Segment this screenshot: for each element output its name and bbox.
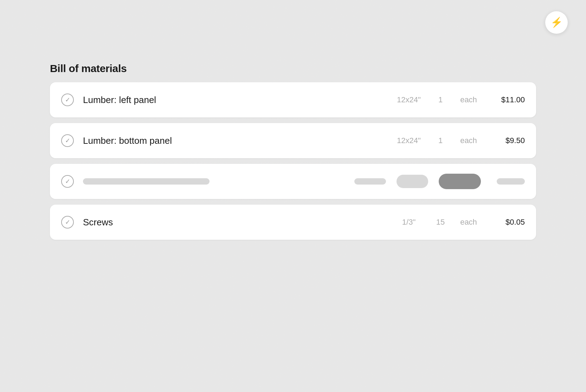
check-icon-2: ✓ [65,178,70,185]
skeleton-name-bar [83,178,210,185]
item-qty-1: 1 [430,136,451,145]
list-item: ✓ Lumber: left panel 12x24" 1 each $11.0… [50,82,536,117]
item-name-0: Lumber: left panel [83,95,388,105]
item-name-3: Screws [83,217,388,228]
item-dimension-3: 1/3" [388,218,430,227]
item-unit-3: each [451,218,486,227]
lightning-icon: ⚡ [550,18,563,27]
list-item: ✓ Lumber: bottom panel 12x24" 1 each $9.… [50,123,536,158]
item-name-1: Lumber: bottom panel [83,135,388,146]
skeleton-price-bar [497,178,525,185]
check-button-1[interactable]: ✓ [61,134,74,147]
page: ⚡ Bill of materials ✓ Lumber: left panel… [0,0,586,392]
item-unit-0: each [451,95,486,104]
check-button-2[interactable]: ✓ [61,175,74,188]
skeleton-name-area [83,178,349,185]
skeleton-qty-pill [397,175,428,188]
skeleton-qty-area [391,175,433,188]
page-title: Bill of materials [50,63,536,75]
item-dimension-1: 12x24" [388,136,430,145]
check-icon-0: ✓ [65,97,70,103]
list-item: ✓ Screws 1/3" 15 each $0.05 [50,205,536,240]
skeleton-price-area [486,178,525,185]
item-qty-0: 1 [430,95,451,104]
item-dimension-0: 12x24" [388,95,430,104]
skeleton-unit-area [433,174,486,189]
skeleton-unit-pill [439,174,481,189]
item-price-0: $11.00 [486,95,525,104]
check-button-0[interactable]: ✓ [61,94,74,106]
item-unit-1: each [451,136,486,145]
check-icon-3: ✓ [65,219,70,225]
list-item-loading: ✓ [50,164,536,199]
item-price-3: $0.05 [486,218,525,227]
check-icon-1: ✓ [65,137,70,144]
item-qty-3: 15 [430,218,451,227]
main-container: Bill of materials ✓ Lumber: left panel 1… [50,63,536,245]
lightning-button[interactable]: ⚡ [545,11,568,34]
skeleton-dim-bar [354,178,386,185]
skeleton-dim-area [349,178,391,185]
item-price-1: $9.50 [486,136,525,145]
check-button-3[interactable]: ✓ [61,216,74,229]
